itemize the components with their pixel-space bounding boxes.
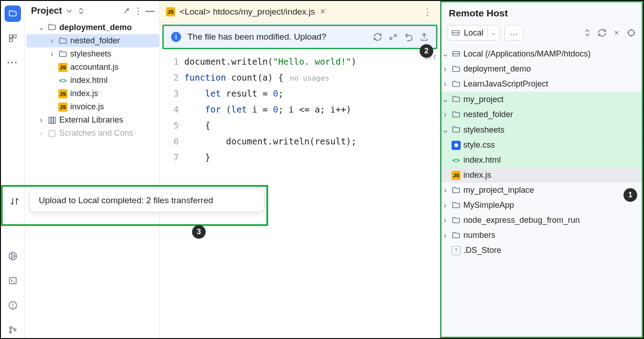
chevron-right-icon[interactable]: › [441, 185, 449, 195]
remote-folder[interactable]: ⌄ stylesheets [441, 122, 642, 138]
svg-point-11 [14, 329, 16, 331]
tree-label: External Libraries [59, 115, 123, 125]
editor-tab[interactable]: JS <Local> htdocs/my_project/index.js ✕ … [160, 1, 440, 23]
chevron-down-icon[interactable]: ⌄ [491, 30, 496, 36]
folder-icon [452, 231, 461, 240]
folder-icon [58, 50, 68, 59]
remote-folder[interactable]: › nested_folder [441, 107, 642, 122]
tree-label: numbers [463, 231, 495, 240]
project-tree: ⌄ deployment_demo › nested_folder › styl… [25, 21, 159, 140]
chevron-right-icon[interactable]: › [441, 79, 449, 89]
undo-icon[interactable] [404, 32, 413, 41]
svg-rect-15 [49, 130, 55, 136]
svg-point-8 [12, 307, 13, 308]
folder-icon [452, 125, 461, 134]
chevron-right-icon[interactable]: › [441, 200, 449, 210]
folder-icon [452, 80, 461, 89]
chevron-down-icon[interactable] [65, 6, 74, 15]
tree-label: deployment_demo [59, 23, 132, 32]
remote-folder[interactable]: › numbers [441, 228, 642, 243]
expand-icon[interactable] [77, 6, 86, 15]
tree-label: accountant.js [70, 62, 119, 72]
structure-icon[interactable] [5, 30, 21, 46]
close-icon[interactable]: ✕ [320, 7, 326, 16]
refresh-icon[interactable] [373, 32, 382, 41]
tree-scratches[interactable]: › Scratches and Cons [26, 127, 159, 140]
chevron-right-icon[interactable]: › [48, 49, 56, 59]
tree-external-libraries[interactable]: › External Libraries [26, 113, 159, 127]
refresh-icon[interactable] [597, 28, 607, 37]
more-vertical-icon[interactable]: ⋮ [134, 6, 143, 16]
chevron-right-icon[interactable]: › [37, 115, 45, 125]
git-icon[interactable] [5, 322, 21, 338]
remote-host-panel: Remote Host Local ⌄ ... ✕ ⌄ Local (/Appl… [440, 1, 643, 338]
terminal-icon[interactable] [5, 272, 21, 289]
minimize-icon[interactable]: — [145, 5, 155, 16]
js-file-icon: JS [58, 89, 68, 98]
folder-icon [452, 201, 461, 210]
close-icon[interactable]: ✕ [612, 29, 622, 36]
remote-folder-my-project[interactable]: ⌄ my_project [441, 92, 642, 107]
remote-root[interactable]: ⌄ Local (/Applications/MAMP/htdocs) [441, 46, 642, 62]
chevron-right-icon[interactable]: › [37, 128, 45, 138]
tree-file-index-html[interactable]: › <> index.html [26, 74, 159, 87]
project-tool-icon[interactable] [5, 5, 21, 22]
target-icon[interactable] [626, 28, 636, 37]
folder-icon [452, 110, 461, 119]
collapse-icon[interactable] [122, 6, 131, 15]
remote-folder[interactable]: › MySimpleApp [441, 198, 642, 213]
remote-file-unknown[interactable]: › ? .DS_Store [441, 243, 642, 258]
chevron-down-icon[interactable]: ⌄ [37, 22, 45, 32]
chevron-right-icon[interactable]: › [48, 36, 56, 46]
project-panel-title: Project [31, 5, 62, 16]
remote-file-js-selected[interactable]: › JS index.js [441, 168, 642, 183]
collapse-all-icon[interactable] [582, 28, 592, 37]
tree-file-invoice[interactable]: › JS invoice.js [26, 100, 159, 113]
tree-folder-stylesheets[interactable]: › stylesheets [26, 47, 159, 61]
svg-rect-2 [9, 39, 12, 42]
tree-file-accountant[interactable]: › JS accountant.js [26, 61, 159, 74]
tree-label: my_project [463, 95, 504, 104]
status-popup-highlight: Upload to Local completed: 2 files trans… [1, 185, 268, 226]
tab-title: <Local> htdocs/my_project/index.js [180, 7, 315, 17]
chevron-down-icon[interactable]: ⌄ [441, 49, 449, 59]
tree-folder-root[interactable]: ⌄ deployment_demo [26, 21, 159, 34]
js-file-icon: JS [166, 7, 175, 16]
server-icon [451, 28, 460, 37]
remote-folder[interactable]: › my_project_inplace [441, 183, 642, 198]
tree-file-index-js[interactable]: › JS index.js [26, 87, 159, 100]
tree-label: style.css [463, 140, 495, 150]
tree-label: Local (/Applications/MAMP/htdocs) [463, 49, 591, 59]
chevron-right-icon[interactable]: › [441, 231, 449, 240]
remote-folder[interactable]: › node_express_debug_from_run [441, 213, 642, 228]
upload-icon[interactable] [420, 32, 429, 41]
problems-icon[interactable] [5, 297, 21, 313]
tree-folder-nested[interactable]: › nested_folder [26, 34, 159, 47]
remote-file-css[interactable]: › ⬢ style.css [441, 138, 642, 153]
svg-point-18 [628, 30, 634, 36]
callout-badge-1: 1 [623, 188, 637, 202]
remote-folder[interactable]: › LearnJavaScriptProject [441, 77, 642, 92]
chevron-right-icon[interactable]: › [441, 216, 449, 225]
chevron-down-icon[interactable]: ⌄ [441, 125, 449, 135]
chevron-right-icon[interactable]: › [441, 110, 449, 119]
chevron-down-icon[interactable]: ⌄ [441, 94, 449, 104]
merge-icon[interactable] [389, 32, 398, 41]
remote-tree: ⌄ Local (/Applications/MAMP/htdocs) › de… [441, 46, 642, 337]
folder-icon [452, 216, 461, 225]
more-button[interactable]: ... [504, 25, 524, 41]
remote-file-html[interactable]: › <> index.html [441, 153, 642, 168]
sort-icon[interactable] [5, 191, 25, 211]
upload-notification: i The file has been modified. Upload? 2 [162, 25, 437, 49]
chevron-right-icon[interactable]: › [441, 64, 449, 74]
run-icon[interactable] [5, 248, 21, 264]
folder-icon [452, 186, 461, 195]
tree-label: nested_folder [463, 110, 513, 119]
remote-host-select[interactable]: Local ⌄ [447, 25, 500, 41]
project-panel: Project ⋮ — ⌄ deployment_demo [25, 1, 159, 338]
remote-folder[interactable]: › deployment_demo [441, 62, 642, 77]
more-horizontal-icon[interactable]: ··· [5, 55, 21, 71]
folder-icon [47, 23, 57, 32]
more-vertical-icon[interactable]: ⋮ [421, 6, 434, 17]
html-file-icon: <> [452, 156, 461, 165]
